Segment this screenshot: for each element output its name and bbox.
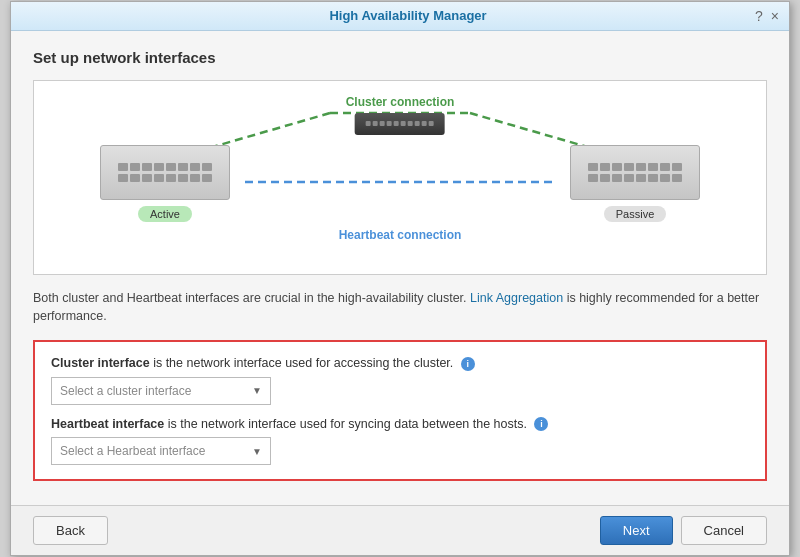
link-aggregation-link[interactable]: Link Aggregation bbox=[470, 291, 563, 305]
title-bar: High Availability Manager ? × bbox=[11, 2, 789, 31]
heartbeat-interface-label: Heartbeat interface is the network inter… bbox=[51, 417, 749, 432]
footer-right: Next Cancel bbox=[600, 516, 767, 545]
drive bbox=[190, 174, 200, 182]
drive bbox=[672, 163, 682, 171]
active-label: Active bbox=[138, 206, 192, 222]
drive-row bbox=[588, 163, 682, 171]
switch-port bbox=[415, 121, 420, 126]
switch-port bbox=[429, 121, 434, 126]
drive bbox=[202, 174, 212, 182]
drive bbox=[118, 174, 128, 182]
drive-row bbox=[118, 174, 212, 182]
main-window: High Availability Manager ? × Set up net… bbox=[10, 1, 790, 557]
network-diagram: Cluster connection bbox=[33, 80, 767, 275]
drive bbox=[178, 174, 188, 182]
drive bbox=[660, 163, 670, 171]
cluster-label-bold: Cluster interface bbox=[51, 356, 150, 370]
drive bbox=[624, 163, 634, 171]
switch-port bbox=[401, 121, 406, 126]
drive bbox=[624, 174, 634, 182]
drive bbox=[118, 163, 128, 171]
help-icon[interactable]: ? bbox=[755, 8, 763, 24]
switch-port bbox=[387, 121, 392, 126]
cancel-button[interactable]: Cancel bbox=[681, 516, 767, 545]
drive bbox=[178, 163, 188, 171]
cluster-interface-label: Cluster interface is the network interfa… bbox=[51, 356, 749, 371]
drive bbox=[154, 163, 164, 171]
switch-port bbox=[373, 121, 378, 126]
cluster-label-rest: is the network interface used for access… bbox=[150, 356, 454, 370]
diagram-inner: Cluster connection bbox=[90, 95, 710, 260]
drive bbox=[142, 174, 152, 182]
switch-port bbox=[394, 121, 399, 126]
drive bbox=[660, 174, 670, 182]
drive bbox=[612, 163, 622, 171]
heartbeat-label-bold: Heartbeat interface bbox=[51, 417, 164, 431]
cluster-info-icon[interactable]: i bbox=[461, 357, 475, 371]
drive bbox=[672, 174, 682, 182]
drive bbox=[600, 163, 610, 171]
drive bbox=[588, 163, 598, 171]
description: Both cluster and Heartbeat interfaces ar… bbox=[33, 289, 767, 327]
heartbeat-interface-dropdown[interactable]: Select a Hearbeat interface ▼ bbox=[51, 437, 271, 465]
heartbeat-dropdown-arrow: ▼ bbox=[252, 446, 262, 457]
switch-body bbox=[355, 113, 445, 135]
heartbeat-interface-section: Heartbeat interface is the network inter… bbox=[51, 417, 749, 466]
drive bbox=[154, 174, 164, 182]
drive-row bbox=[118, 163, 212, 171]
cluster-dropdown-arrow: ▼ bbox=[252, 385, 262, 396]
heartbeat-info-icon[interactable]: i bbox=[534, 417, 548, 431]
description-text-before: Both cluster and Heartbeat interfaces ar… bbox=[33, 291, 470, 305]
passive-nas: Passive bbox=[570, 145, 700, 222]
drive bbox=[600, 174, 610, 182]
nas-body-active bbox=[100, 145, 230, 200]
switch-port bbox=[422, 121, 427, 126]
drive bbox=[612, 174, 622, 182]
switch-device: Cluster connection bbox=[346, 95, 455, 135]
drive bbox=[636, 163, 646, 171]
switch-port bbox=[380, 121, 385, 126]
drive bbox=[648, 174, 658, 182]
close-icon[interactable]: × bbox=[771, 8, 779, 24]
drive bbox=[588, 174, 598, 182]
interface-panel: Cluster interface is the network interfa… bbox=[33, 340, 767, 481]
window-controls: ? × bbox=[755, 8, 779, 24]
switch-port bbox=[366, 121, 371, 126]
footer: Back Next Cancel bbox=[11, 505, 789, 555]
cluster-interface-dropdown[interactable]: Select a cluster interface ▼ bbox=[51, 377, 271, 405]
window-title: High Availability Manager bbox=[61, 8, 755, 23]
drive bbox=[636, 174, 646, 182]
drive bbox=[166, 174, 176, 182]
drive bbox=[130, 174, 140, 182]
passive-label: Passive bbox=[604, 206, 667, 222]
switch-port bbox=[408, 121, 413, 126]
cluster-dropdown-placeholder: Select a cluster interface bbox=[60, 384, 191, 398]
content-area: Set up network interfaces bbox=[11, 31, 789, 506]
cluster-interface-section: Cluster interface is the network interfa… bbox=[51, 356, 749, 405]
drive bbox=[142, 163, 152, 171]
drive-row bbox=[588, 174, 682, 182]
drive bbox=[202, 163, 212, 171]
drive bbox=[166, 163, 176, 171]
back-button[interactable]: Back bbox=[33, 516, 108, 545]
nas-body-passive bbox=[570, 145, 700, 200]
heartbeat-dropdown-placeholder: Select a Hearbeat interface bbox=[60, 444, 205, 458]
drive bbox=[190, 163, 200, 171]
heartbeat-connection-label: Heartbeat connection bbox=[339, 228, 462, 242]
active-nas: Active bbox=[100, 145, 230, 222]
next-button[interactable]: Next bbox=[600, 516, 673, 545]
cluster-connection-label: Cluster connection bbox=[346, 95, 455, 109]
page-title: Set up network interfaces bbox=[33, 49, 767, 66]
drive bbox=[648, 163, 658, 171]
heartbeat-label-rest: is the network interface used for syncin… bbox=[164, 417, 527, 431]
drive bbox=[130, 163, 140, 171]
